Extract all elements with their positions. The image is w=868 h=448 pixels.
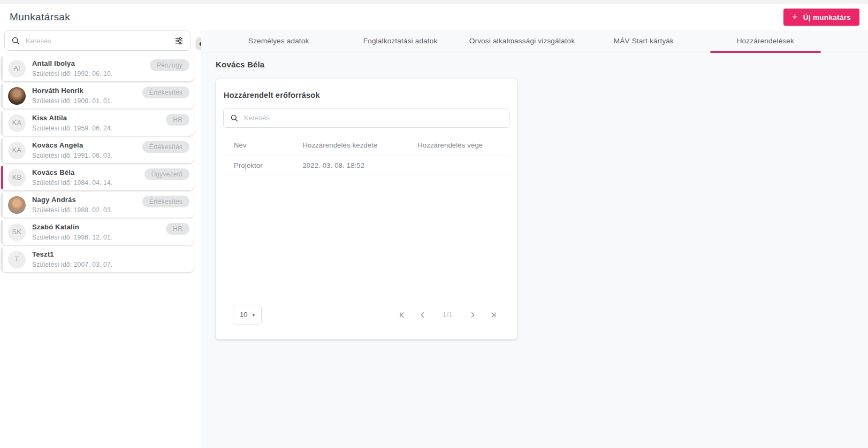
page-header: Munkatársak + Új munkatárs <box>0 4 868 30</box>
resources-table: NévHozzárendelés kezdeteHozzárendelés vé… <box>223 136 509 175</box>
assigned-resources-card: Hozzárendelt erőforrások NévHozzárendelé… <box>216 79 517 339</box>
employee-avatar <box>8 87 26 105</box>
employee-name: Szabó Katalin <box>32 223 112 231</box>
employee-list-item[interactable]: Nagy András Születési idő: 1988. 02. 03.… <box>1 192 194 218</box>
table-column-header: Hozzárendelés vége <box>407 136 509 156</box>
role-badge: Értékesítés <box>142 87 189 98</box>
employee-avatar: AI <box>8 60 26 78</box>
employee-list-item[interactable]: KB Kovács Béla Születési idő: 1984. 04. … <box>1 165 194 190</box>
page-size-select[interactable]: 10 ▾ <box>233 305 262 325</box>
page-range-label: 1/1 <box>443 311 453 319</box>
avatar-initials: KA <box>12 146 21 154</box>
employee-sidebar: AI Antall Ibolya Születési idő: 1992. 06… <box>0 30 201 448</box>
new-employee-label: Új munkatárs <box>803 13 851 21</box>
employee-name: Antall Ibolya <box>32 59 112 67</box>
previous-page-button[interactable] <box>417 309 429 321</box>
employee-list-item[interactable]: KA Kovács Angéla Születési idő: 1991. 06… <box>1 137 194 163</box>
last-page-button[interactable] <box>487 309 499 321</box>
employee-avatar: KB <box>8 169 26 187</box>
employee-birthdate: Születési idő: 1991. 06. 03. <box>32 152 112 159</box>
employee-list: AI Antall Ibolya Születési idő: 1992. 06… <box>1 56 194 274</box>
role-badge: Pénzügy <box>150 59 189 71</box>
employee-name: Kiss Attila <box>32 114 112 122</box>
tab-label: Orvosi alkalmassági vizsgálatok <box>469 37 575 45</box>
employee-birthdate: Születési idő: 1988. 02. 03. <box>32 206 112 214</box>
app-root: Munkatársak + Új munkatárs <box>0 0 868 448</box>
table-column-header: Név <box>223 136 292 156</box>
employee-avatar: T <box>8 251 26 268</box>
sidebar-search-input[interactable] <box>26 37 169 45</box>
role-badge: Értékesítés <box>142 141 189 153</box>
employee-name: Kovács Angéla <box>32 141 112 149</box>
avatar-initials: KB <box>12 174 21 181</box>
employee-avatar: KA <box>8 114 26 132</box>
employee-name: Teszt1 <box>32 250 112 258</box>
page-title: Munkatársak <box>10 11 70 23</box>
avatar-initials: SK <box>12 228 21 236</box>
resources-search-input[interactable] <box>244 114 502 122</box>
tab-item[interactable]: Foglalkoztatási adatok <box>339 30 461 52</box>
search-icon <box>230 114 239 122</box>
employee-avatar: KA <box>8 142 26 159</box>
tab-label: MÁV Start kártyák <box>614 37 674 45</box>
card-title: Hozzárendelt erőforrások <box>224 91 509 99</box>
role-badge: Ügyvezető <box>144 168 190 180</box>
avatar-initials: T <box>15 256 19 263</box>
employee-avatar <box>8 196 26 214</box>
employee-list-item[interactable]: KA Kiss Attila Születési idő: 1959. 06. … <box>1 110 194 136</box>
employee-name: Nagy András <box>32 196 112 204</box>
filter-icon[interactable] <box>174 36 184 45</box>
first-page-button[interactable] <box>397 309 408 321</box>
assignment-end-cell <box>407 156 509 175</box>
employee-name: Kovács Béla <box>32 168 112 176</box>
top-strip <box>0 0 868 4</box>
avatar-initials: KA <box>12 119 21 127</box>
page-size-value: 10 <box>240 311 247 319</box>
role-badge: Értékesítés <box>142 196 189 207</box>
employee-list-item[interactable]: T Teszt1 Születési idő: 2007. 03. 07. <box>1 246 194 272</box>
plus-icon: + <box>792 12 798 22</box>
employee-birthdate: Születési idő: 1992. 06. 10. <box>32 70 112 78</box>
tab-item[interactable]: MÁV Start kártyák <box>583 30 704 52</box>
tab-label: Foglalkoztatási adatok <box>363 37 438 45</box>
employee-birthdate: Születési idő: 1900. 01. 01. <box>32 97 112 105</box>
avatar-initials: AI <box>13 65 20 72</box>
tab-item[interactable]: Személyes adatok <box>218 30 339 52</box>
tab-item[interactable]: Hozzárendelések <box>705 30 826 52</box>
role-badge: HR <box>166 223 189 235</box>
employee-name: Horváth Henrik <box>32 87 112 95</box>
pagination-bar: 10 ▾ 1/1 <box>223 305 509 325</box>
sidebar-search-box <box>4 30 191 51</box>
tab-item[interactable]: Orvosi alkalmassági vizsgálatok <box>461 30 583 52</box>
role-badge: HR <box>166 114 189 126</box>
search-icon <box>11 36 20 45</box>
employee-birthdate: Születési idő: 1959. 06. 24. <box>32 125 112 132</box>
tab-label: Személyes adatok <box>248 37 309 45</box>
resources-search-box <box>223 108 509 128</box>
employee-birthdate: Születési idő: 2007. 03. 07. <box>32 261 112 268</box>
resource-name-cell: Projektor <box>223 156 292 175</box>
main-panel: Személyes adatok Foglalkoztatási adatok … <box>201 30 868 448</box>
employee-birthdate: Születési idő: 1986. 12. 01. <box>32 234 112 241</box>
caret-down-icon: ▾ <box>252 312 255 318</box>
tab-label: Hozzárendelések <box>737 37 794 45</box>
tab-bar: Személyes adatok Foglalkoztatási adatok … <box>201 30 868 52</box>
next-page-button[interactable] <box>467 309 478 321</box>
table-row[interactable]: Projektor 2022. 03. 08. 18:52 <box>223 156 509 175</box>
selected-employee-name: Kovács Béla <box>216 60 868 69</box>
employee-list-item[interactable]: AI Antall Ibolya Születési idő: 1992. 06… <box>1 56 194 81</box>
tab-content: Kovács Béla Hozzárendelt erőforrások <box>201 52 868 339</box>
employee-list-item[interactable]: Horváth Henrik Születési idő: 1900. 01. … <box>1 83 194 109</box>
table-column-header: Hozzárendelés kezdete <box>292 136 407 156</box>
assignment-start-cell: 2022. 03. 08. 18:52 <box>292 156 407 175</box>
employee-list-item[interactable]: SK Szabó Katalin Születési idő: 1986. 12… <box>1 219 194 245</box>
new-employee-button[interactable]: + Új munkatárs <box>783 9 859 26</box>
employee-birthdate: Születési idő: 1984. 04. 14. <box>32 179 112 187</box>
employee-avatar: SK <box>8 223 26 241</box>
